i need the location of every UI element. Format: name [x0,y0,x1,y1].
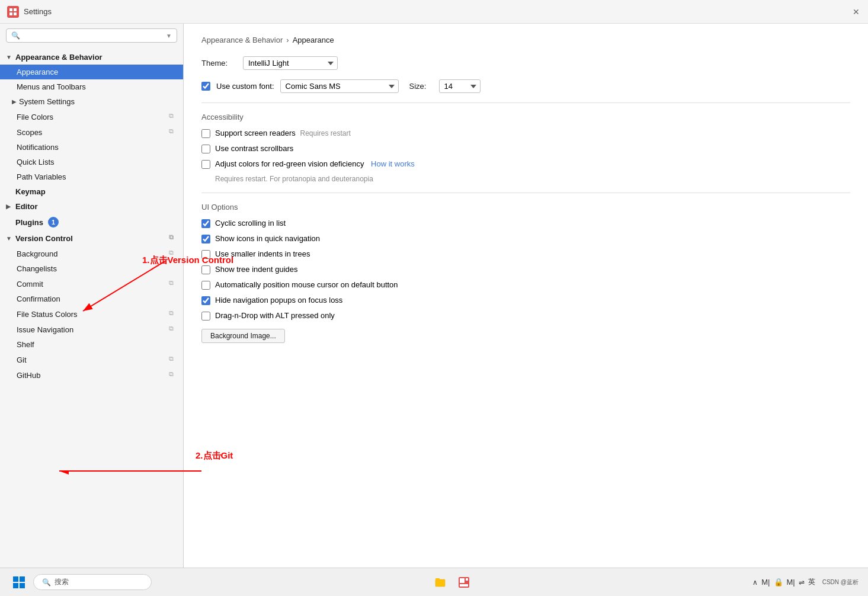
svg-rect-0 [9,8,12,11]
taskbar-search-bar[interactable]: 🔍 搜索 [33,574,152,590]
hide-nav-popups-label: Hide navigation popups on focus loss [215,296,342,305]
item-label: Git [17,355,27,364]
item-label: Shelf [17,340,34,349]
smaller-indents-checkbox[interactable] [201,250,210,259]
how-it-works-link[interactable]: How it works [371,159,415,168]
sidebar-item-plugins[interactable]: ▶ Plugins 1 [0,214,183,230]
sidebar-item-appearance-behavior[interactable]: ▼ Appearance & Behavior [0,50,183,65]
contrast-scrollbars-row: Use contrast scrollbars [201,144,850,153]
auto-mouse-checkbox[interactable] [201,281,210,290]
arrow-icon: ▼ [6,235,13,242]
svg-rect-3 [14,12,17,15]
sidebar-item-keymap[interactable]: ▶ Keymap [0,184,183,199]
search-icon: 🔍 [11,31,20,40]
item-label: Scopes [17,128,42,137]
svg-rect-16 [466,578,468,581]
windows-start-button[interactable] [9,573,28,592]
sidebar-item-git[interactable]: Git ⧉ [0,352,183,367]
contrast-scrollbars-label: Use contrast scrollbars [215,144,293,153]
sidebar-item-issue-navigation[interactable]: Issue Navigation ⧉ [0,322,183,337]
divider-ui-options [201,193,850,193]
screen-readers-row: Support screen readers Requires restart [201,129,850,138]
search-dropdown-icon[interactable]: ▼ [166,33,172,39]
copy-icon: ⧉ [169,233,178,243]
window-title: Settings [24,7,52,16]
sidebar-item-appearance[interactable]: Appearance [0,65,183,79]
close-button[interactable]: ✕ [851,7,861,17]
plugin-badge: 1 [48,217,59,227]
custom-font-checkbox[interactable] [201,82,210,91]
color-deficiency-checkbox[interactable] [201,160,210,169]
theme-select[interactable]: IntelliJ Light Darcula High Contrast [243,56,338,70]
taskbar: 🔍 搜索 ∧ M| 🔒 M| ⇌ 英 CS [0,568,868,596]
copy-icon: ⧉ [169,370,178,380]
drag-n-drop-row: Drag-n-Drop with ALT pressed only [201,311,850,321]
tray-icon-2: 🔒 [774,578,783,587]
auto-mouse-label: Automatically position mouse cursor on d… [215,280,398,289]
taskbar-file-explorer[interactable] [431,573,450,592]
cyclic-scrolling-label: Cyclic scrolling in list [215,219,286,227]
drag-n-drop-checkbox[interactable] [201,312,210,321]
svg-rect-9 [20,576,25,582]
main-content: Appearance & Behavior › Appearance Theme… [184,24,868,568]
svg-rect-2 [9,12,12,15]
section-label: Editor [15,202,38,211]
breadcrumb-separator: › [286,36,289,44]
arrow-icon: ▼ [6,54,13,60]
item-label: Changelists [17,264,57,273]
show-icons-nav-label: Show icons in quick navigation [215,234,320,243]
sidebar-item-commit[interactable]: Commit ⧉ [0,276,183,291]
svg-rect-17 [460,584,468,587]
tray-lang[interactable]: 英 [808,577,815,587]
svg-rect-8 [13,576,18,582]
search-container[interactable]: 🔍 ▼ [6,28,177,43]
sidebar-item-file-colors[interactable]: File Colors ⧉ [0,109,183,124]
breadcrumb-parent: Appearance & Behavior [201,36,283,44]
sidebar-item-system-settings[interactable]: ▶ System Settings [0,94,183,109]
background-image-button[interactable]: Background Image... [201,329,285,343]
copy-icon: ⧉ [169,325,178,334]
item-label: File Status Colors [17,310,78,319]
item-label: Menus and Toolbars [17,82,86,91]
section-label: Appearance & Behavior [15,53,103,62]
windows-logo-icon [13,576,25,588]
sidebar-item-confirmation[interactable]: Confirmation [0,291,183,306]
size-select[interactable]: 14 1011121316 [439,79,481,93]
sidebar-item-notifications[interactable]: Notifications [0,140,183,155]
accessibility-title: Accessibility [201,113,850,121]
theme-row: Theme: IntelliJ Light Darcula High Contr… [201,56,850,70]
sidebar-item-shelf[interactable]: Shelf [0,337,183,352]
contrast-scrollbars-checkbox[interactable] [201,145,210,153]
svg-rect-13 [435,578,440,581]
item-label: File Colors [17,113,53,121]
tray-chevron[interactable]: ∧ [752,578,758,587]
search-input[interactable] [23,31,164,40]
copy-icon: ⧉ [169,112,178,121]
sidebar-item-file-status-colors[interactable]: File Status Colors ⧉ [0,306,183,322]
item-label: Quick Lists [17,158,55,166]
item-label: Background [17,249,57,258]
section-label: Plugins [15,218,43,227]
screen-readers-checkbox[interactable] [201,129,210,138]
sidebar-item-path-variables[interactable]: Path Variables [0,169,183,184]
smaller-indents-row: Use smaller indents in trees [201,249,850,259]
sidebar-item-editor[interactable]: ▶ Editor [0,199,183,214]
taskbar-intellij-icon[interactable] [454,573,473,592]
sidebar-item-github[interactable]: GitHub ⧉ [0,367,183,383]
sidebar-item-scopes[interactable]: Scopes ⧉ [0,124,183,140]
sidebar-item-changelists[interactable]: Changelists [0,261,183,276]
tree-indent-guides-checkbox[interactable] [201,265,210,274]
section-label: Keymap [15,187,46,196]
theme-label: Theme: [201,59,237,68]
expand-arrow-icon: ▶ [12,98,17,105]
sidebar-item-quick-lists[interactable]: Quick Lists [0,155,183,169]
sidebar-item-background[interactable]: Background ⧉ [0,246,183,261]
show-icons-nav-checkbox[interactable] [201,235,210,243]
svg-rect-1 [14,8,17,11]
hide-nav-popups-checkbox[interactable] [201,296,210,305]
sidebar-item-menus-toolbars[interactable]: Menus and Toolbars [0,79,183,94]
cyclic-scrolling-checkbox[interactable] [201,219,210,228]
dialog-body: 🔍 ▼ ▼ Appearance & Behavior Appearance M… [0,24,868,568]
sidebar-item-version-control[interactable]: ▼ Version Control ⧉ [0,230,183,246]
font-select[interactable]: Comic Sans MS Arial Segoe UI [280,79,399,93]
